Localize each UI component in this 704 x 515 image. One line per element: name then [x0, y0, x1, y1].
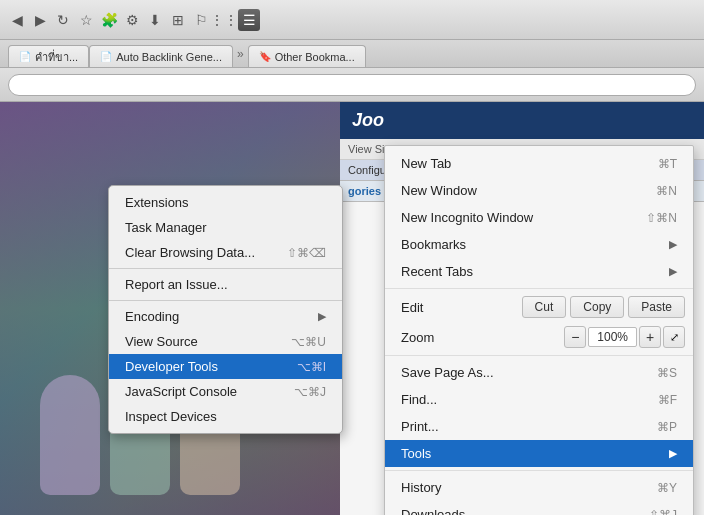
menu-print[interactable]: Print... ⌘P: [385, 413, 693, 440]
menu-item-js-console[interactable]: JavaScript Console ⌥⌘J: [109, 379, 342, 404]
menu-item-encoding-label: Encoding: [125, 309, 179, 324]
menu-recent-tabs[interactable]: Recent Tabs ▶: [385, 258, 693, 285]
menu-item-extensions[interactable]: Extensions: [109, 190, 342, 215]
menu-icon[interactable]: ☰: [238, 9, 260, 31]
new-tab-shortcut: ⌘T: [658, 157, 677, 171]
star-icon[interactable]: ☆: [77, 11, 95, 29]
page-content: Joo View Site Configure gories Created R…: [0, 102, 704, 515]
edit-row: Edit Cut Copy Paste: [385, 292, 693, 322]
tab-3-favicon: 🔖: [259, 51, 271, 62]
joomla-logo: Joo: [352, 110, 384, 130]
menu-save-page[interactable]: Save Page As... ⌘S: [385, 359, 693, 386]
tab-3[interactable]: 🔖 Other Bookma...: [248, 45, 366, 67]
print-label: Print...: [401, 419, 439, 434]
menu-item-task-manager[interactable]: Task Manager: [109, 215, 342, 240]
tab-more[interactable]: »: [233, 47, 248, 61]
menu-item-clear-label: Clear Browsing Data...: [125, 245, 255, 260]
history-shortcut: ⌘Y: [657, 481, 677, 495]
menu-item-report-issue[interactable]: Report an Issue...: [109, 272, 342, 297]
download-icon[interactable]: ⬇: [146, 11, 164, 29]
extensions-icon[interactable]: 🧩: [100, 11, 118, 29]
chrome-separator-3: [385, 470, 693, 471]
chrome-separator-1: [385, 288, 693, 289]
history-label: History: [401, 480, 441, 495]
menu-item-devtools-label: Developer Tools: [125, 359, 218, 374]
find-shortcut: ⌘F: [658, 393, 677, 407]
tools-submenu: Extensions Task Manager Clear Browsing D…: [108, 185, 343, 434]
menu-new-window[interactable]: New Window ⌘N: [385, 177, 693, 204]
settings-icon[interactable]: ⚙: [123, 11, 141, 29]
encoding-arrow: ▶: [318, 310, 326, 323]
menu-history[interactable]: History ⌘Y: [385, 474, 693, 501]
recent-tabs-label: Recent Tabs: [401, 264, 473, 279]
tab-3-label: Other Bookma...: [275, 51, 355, 63]
tools-separator-1: [109, 268, 342, 269]
apps-icon[interactable]: ⊞: [169, 11, 187, 29]
new-tab-label: New Tab: [401, 156, 451, 171]
bookmarks-arrow: ▶: [669, 238, 677, 251]
tab-2-favicon: 📄: [100, 51, 112, 62]
browser-toolbar: ◀ ▶ ↻ ☆ 🧩 ⚙ ⬇ ⊞ ⚐ ⋮⋮ ☰: [0, 0, 704, 40]
menu-incognito[interactable]: New Incognito Window ⇧⌘N: [385, 204, 693, 231]
new-window-shortcut: ⌘N: [656, 184, 677, 198]
grid-icon[interactable]: ⋮⋮: [215, 11, 233, 29]
view-source-shortcut: ⌥⌘U: [291, 335, 326, 349]
tools-arrow: ▶: [669, 447, 677, 460]
menu-downloads[interactable]: Downloads ⇧⌘J: [385, 501, 693, 515]
tab-1-label: คำที่ขา...: [35, 48, 78, 66]
incognito-label: New Incognito Window: [401, 210, 533, 225]
menu-new-tab[interactable]: New Tab ⌘T: [385, 150, 693, 177]
nav-icons: ◀ ▶ ↻ ☆ 🧩 ⚙ ⬇ ⊞ ⚐ ⋮⋮ ☰: [8, 9, 260, 31]
find-label: Find...: [401, 392, 437, 407]
recent-tabs-arrow: ▶: [669, 265, 677, 278]
cut-button[interactable]: Cut: [522, 296, 567, 318]
menu-item-task-manager-label: Task Manager: [125, 220, 207, 235]
address-input[interactable]: [8, 74, 696, 96]
flag-icon[interactable]: ⚐: [192, 11, 210, 29]
menu-item-extensions-label: Extensions: [125, 195, 189, 210]
forward-icon[interactable]: ▶: [31, 11, 49, 29]
chrome-separator-2: [385, 355, 693, 356]
tools-label: Tools: [401, 446, 431, 461]
menu-bookmarks[interactable]: Bookmarks ▶: [385, 231, 693, 258]
back-icon[interactable]: ◀: [8, 11, 26, 29]
tab-2[interactable]: 📄 Auto Backlink Gene...: [89, 45, 233, 67]
downloads-shortcut: ⇧⌘J: [649, 508, 677, 516]
zoom-plus-button[interactable]: +: [639, 326, 661, 348]
tab-1[interactable]: 📄 คำที่ขา...: [8, 45, 89, 67]
clear-shortcut: ⇧⌘⌫: [287, 246, 326, 260]
reload-icon[interactable]: ↻: [54, 11, 72, 29]
address-bar: [0, 68, 704, 102]
menu-item-developer-tools[interactable]: Developer Tools ⌥⌘I: [109, 354, 342, 379]
copy-button[interactable]: Copy: [570, 296, 624, 318]
save-page-shortcut: ⌘S: [657, 366, 677, 380]
zoom-label: Zoom: [393, 330, 558, 345]
zoom-controls: − 100% + ⤢: [564, 326, 685, 348]
joomla-header: Joo: [340, 102, 704, 139]
zoom-row: Zoom − 100% + ⤢: [385, 322, 693, 352]
edit-label: Edit: [393, 300, 516, 315]
paste-button[interactable]: Paste: [628, 296, 685, 318]
menu-find[interactable]: Find... ⌘F: [385, 386, 693, 413]
save-page-label: Save Page As...: [401, 365, 494, 380]
print-shortcut: ⌘P: [657, 420, 677, 434]
menu-item-encoding[interactable]: Encoding ▶: [109, 304, 342, 329]
bookmarks-label: Bookmarks: [401, 237, 466, 252]
menu-item-js-console-label: JavaScript Console: [125, 384, 237, 399]
menu-item-view-source-label: View Source: [125, 334, 198, 349]
new-window-label: New Window: [401, 183, 477, 198]
js-console-shortcut: ⌥⌘J: [294, 385, 326, 399]
devtools-shortcut: ⌥⌘I: [297, 360, 326, 374]
tools-separator-2: [109, 300, 342, 301]
zoom-fullscreen-button[interactable]: ⤢: [663, 326, 685, 348]
tab-2-label: Auto Backlink Gene...: [116, 51, 222, 63]
menu-item-clear-browsing[interactable]: Clear Browsing Data... ⇧⌘⌫: [109, 240, 342, 265]
downloads-label: Downloads: [401, 507, 465, 515]
menu-item-inspect-label: Inspect Devices: [125, 409, 217, 424]
incognito-shortcut: ⇧⌘N: [646, 211, 677, 225]
zoom-value: 100%: [588, 327, 637, 347]
zoom-minus-button[interactable]: −: [564, 326, 586, 348]
menu-item-inspect-devices[interactable]: Inspect Devices: [109, 404, 342, 429]
menu-item-view-source[interactable]: View Source ⌥⌘U: [109, 329, 342, 354]
menu-tools[interactable]: Tools ▶: [385, 440, 693, 467]
